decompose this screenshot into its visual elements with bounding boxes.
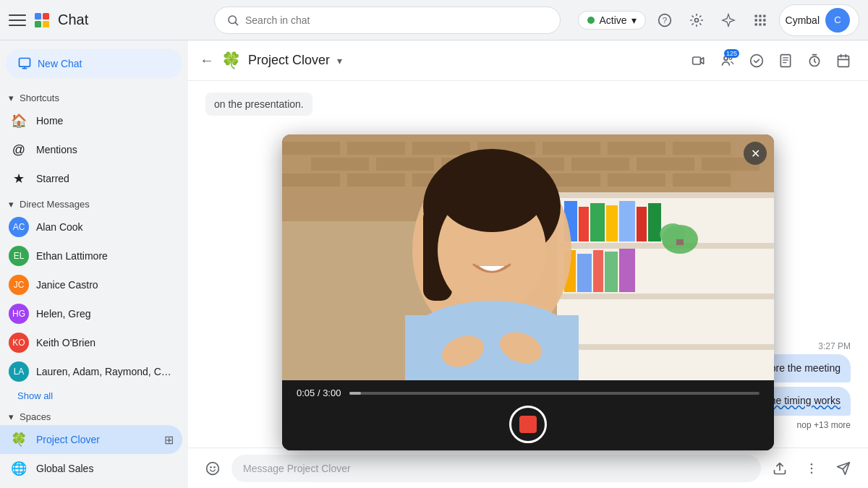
svg-rect-37 bbox=[311, 158, 369, 171]
controls-row bbox=[509, 406, 547, 443]
search-bar[interactable] bbox=[214, 7, 561, 34]
at-icon: @ bbox=[9, 140, 29, 160]
timer-button[interactable] bbox=[801, 48, 827, 74]
app-title: Chat bbox=[58, 12, 88, 28]
search-input[interactable] bbox=[245, 14, 548, 26]
status-dot bbox=[587, 17, 595, 24]
chevron-icon: ▾ bbox=[9, 411, 14, 422]
sidebar-item-space-1[interactable]: 🌐 Global Sales bbox=[0, 454, 182, 483]
search-icon bbox=[226, 14, 239, 27]
progress-bar[interactable] bbox=[349, 392, 760, 395]
svg-rect-54 bbox=[557, 294, 774, 299]
svg-rect-41 bbox=[571, 158, 629, 171]
close-video-button[interactable]: ✕ bbox=[744, 142, 767, 165]
sparkle-button[interactable] bbox=[715, 7, 741, 33]
reactions-text: nop +13 more bbox=[797, 420, 851, 430]
sidebar-item-dm-4[interactable]: KO Keith O'Brien bbox=[0, 328, 182, 357]
svg-rect-42 bbox=[637, 158, 694, 171]
svg-point-80 bbox=[207, 462, 219, 474]
svg-rect-44 bbox=[282, 174, 340, 187]
svg-rect-55 bbox=[557, 344, 774, 350]
svg-rect-30 bbox=[282, 142, 340, 155]
status-badge[interactable]: Active ▾ bbox=[578, 11, 645, 30]
video-call-button[interactable] bbox=[686, 48, 712, 74]
dm-show-all-button[interactable]: Show all bbox=[0, 386, 188, 406]
stop-record-button[interactable] bbox=[509, 406, 547, 443]
svg-rect-52 bbox=[557, 192, 774, 198]
svg-rect-58 bbox=[590, 203, 605, 241]
sidebar-item-home[interactable]: 🏠 Home bbox=[0, 106, 182, 135]
svg-rect-49 bbox=[608, 174, 665, 187]
svg-rect-1 bbox=[43, 13, 49, 20]
svg-text:?: ? bbox=[662, 15, 667, 25]
avatar[interactable]: C bbox=[825, 8, 850, 33]
chevron-icon: ▾ bbox=[9, 199, 14, 210]
svg-point-84 bbox=[811, 467, 813, 469]
sidebar-item-dm-1[interactable]: EL Ethan Lattimore bbox=[0, 241, 182, 270]
avatar: KO bbox=[9, 333, 29, 353]
chevron-icon: ▾ bbox=[9, 93, 14, 103]
video-overlay: ✕ 0:05 / 3:00 bbox=[282, 134, 774, 450]
sidebar-item-dm-0[interactable]: AC Alan Cook bbox=[0, 213, 182, 241]
space-action-icon[interactable]: ⊞ bbox=[164, 433, 174, 447]
video-frame: ✕ bbox=[282, 134, 774, 380]
help-button[interactable]: ? bbox=[652, 7, 678, 33]
new-chat-button[interactable]: New Chat bbox=[6, 49, 182, 78]
members-button[interactable]: 125 bbox=[715, 48, 741, 74]
main-layout: New Chat ▾ Shortcuts 🏠 Home @ Mentions ★… bbox=[0, 40, 868, 488]
svg-rect-64 bbox=[577, 254, 592, 292]
user-menu[interactable]: Cymbal C bbox=[779, 4, 859, 36]
avatar: HG bbox=[9, 304, 29, 324]
svg-rect-62 bbox=[648, 203, 661, 241]
title-dropdown-icon[interactable]: ▾ bbox=[337, 55, 342, 67]
chat-header: ← 🍀 Project Clover ▾ bbox=[188, 40, 868, 81]
svg-rect-70 bbox=[676, 239, 684, 245]
more-options-button[interactable] bbox=[799, 455, 825, 481]
sidebar-item-dm-5[interactable]: LA Lauren, Adam, Raymond, Christia… bbox=[0, 357, 182, 386]
emoji-button[interactable] bbox=[200, 455, 226, 481]
stop-icon bbox=[519, 416, 537, 433]
svg-rect-16 bbox=[759, 23, 761, 25]
sidebar-item-space-2[interactable]: 🍀 Project Clover Leads bbox=[0, 483, 182, 488]
sidebar-item-mentions[interactable]: @ Mentions bbox=[0, 135, 182, 164]
sidebar-item-dm-2[interactable]: JC Janice Castro bbox=[0, 270, 182, 299]
svg-rect-50 bbox=[673, 174, 731, 187]
svg-point-75 bbox=[438, 153, 546, 232]
svg-rect-10 bbox=[759, 14, 761, 17]
back-button[interactable]: ← bbox=[200, 52, 214, 69]
svg-rect-60 bbox=[619, 201, 635, 241]
svg-rect-65 bbox=[593, 250, 603, 292]
svg-rect-66 bbox=[605, 252, 618, 292]
svg-rect-45 bbox=[347, 174, 405, 187]
chat-header-left: ← 🍀 Project Clover ▾ bbox=[200, 51, 677, 70]
spaces-section[interactable]: ▾ Spaces bbox=[0, 406, 188, 425]
svg-rect-13 bbox=[759, 19, 761, 21]
input-bar: Message Project Clover bbox=[188, 448, 868, 488]
sidebar-item-dm-3[interactable]: HG Helen, Greg bbox=[0, 299, 182, 328]
calendar-button[interactable] bbox=[830, 48, 856, 74]
reactions-row: nop +13 more bbox=[797, 420, 851, 430]
dm-section[interactable]: ▾ Direct Messages bbox=[0, 193, 188, 213]
svg-rect-21 bbox=[693, 57, 701, 64]
svg-rect-77 bbox=[405, 315, 579, 380]
svg-rect-57 bbox=[579, 207, 589, 241]
avatar: LA bbox=[9, 361, 29, 382]
menu-icon[interactable] bbox=[9, 12, 26, 29]
send-button[interactable] bbox=[830, 455, 856, 481]
sidebar-item-space-0[interactable]: 🍀 Project Clover ⊞ bbox=[0, 425, 182, 454]
svg-rect-11 bbox=[763, 14, 765, 17]
shortcuts-section[interactable]: ▾ Shortcuts bbox=[0, 87, 188, 106]
task-button[interactable] bbox=[744, 48, 770, 74]
settings-button[interactable] bbox=[684, 7, 710, 33]
apps-button[interactable] bbox=[747, 7, 773, 33]
svg-point-85 bbox=[811, 471, 813, 474]
sidebar-item-starred[interactable]: ★ Starred bbox=[0, 164, 182, 193]
message-input[interactable]: Message Project Clover bbox=[231, 455, 761, 482]
svg-rect-34 bbox=[542, 142, 600, 155]
svg-rect-38 bbox=[376, 158, 434, 171]
attach-button[interactable] bbox=[767, 455, 793, 481]
space-emoji-icon: 🌐 bbox=[9, 458, 29, 479]
user-name: Cymbal bbox=[786, 14, 820, 26]
avatar: EL bbox=[9, 246, 29, 266]
files-button[interactable] bbox=[773, 48, 799, 74]
